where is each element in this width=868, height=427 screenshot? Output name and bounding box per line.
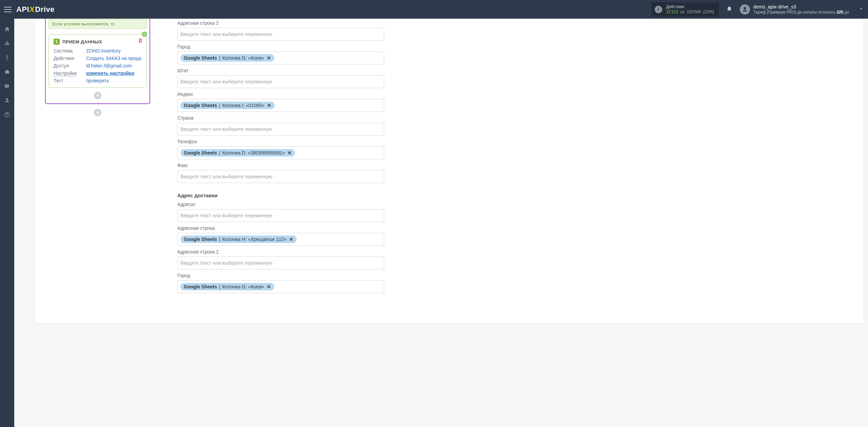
input-ship-to[interactable]: [180, 211, 381, 220]
user-menu[interactable]: demo_apix-drive_s3 Тариф |Премиум PRO| д…: [740, 4, 849, 15]
label-ship-addr2: Адресная строка 2: [177, 249, 384, 255]
step-test-link[interactable]: проверить: [86, 78, 142, 83]
step-action: Создать ЗАКАЗ на прода: [86, 56, 142, 61]
chip-remove-icon[interactable]: ✕: [267, 284, 271, 289]
chip-remove-icon[interactable]: ✕: [289, 237, 293, 242]
check-icon: ✓: [141, 31, 148, 38]
field-index[interactable]: Google Sheets | Колонка I: «01000»✕: [177, 99, 384, 112]
input-state[interactable]: [180, 77, 381, 86]
label-index: Индекс: [177, 92, 384, 97]
field-ship-city[interactable]: Google Sheets | Колонка G: «Киев»✕: [177, 280, 384, 293]
field-ship-addr[interactable]: Google Sheets | Колонка H: «Хрещатик 112…: [177, 233, 384, 246]
nav-help[interactable]: [0, 107, 14, 122]
input-country[interactable]: [180, 124, 381, 134]
input-fax[interactable]: [180, 172, 381, 181]
chip-ship-addr[interactable]: Google Sheets | Колонка H: «Хрещатик 112…: [180, 236, 297, 243]
label-city: Город: [177, 44, 384, 49]
actions-total: 100'000: [687, 9, 701, 14]
step-title: ПРИЕМ ДАННЫХ: [62, 39, 102, 44]
field-phone[interactable]: Google Sheets | Колонка D: «380999999991…: [177, 146, 384, 159]
label-fax: Факс: [177, 163, 384, 168]
workflow-condition: Если условие выполняется, то: [48, 19, 147, 29]
logo[interactable]: APIXDrive: [16, 5, 55, 14]
chip-index[interactable]: Google Sheets | Колонка I: «01000»✕: [180, 102, 275, 109]
actions-label: Действия:: [666, 4, 714, 9]
field-country[interactable]: [177, 123, 384, 136]
label-phone: Телефон: [177, 139, 384, 144]
nav-account[interactable]: [0, 93, 14, 107]
field-ship-to[interactable]: [177, 209, 384, 222]
chip-remove-icon[interactable]: ✕: [288, 150, 292, 156]
notifications-bell-icon[interactable]: [726, 5, 732, 13]
step-system: ZOHO Inventory: [86, 48, 142, 54]
add-step-outer-button[interactable]: +: [94, 109, 101, 116]
label-state: Штат: [177, 68, 384, 73]
top-bar: APIXDrive i Действия: 22'123 из 100'000 …: [0, 0, 868, 19]
label-ship-city: Город: [177, 273, 384, 278]
input-addr2[interactable]: [180, 29, 381, 39]
field-fax[interactable]: [177, 170, 384, 183]
step-badge: 1: [54, 39, 60, 45]
tariff-line: Тариф |Премиум PRO| до оплаты осталось 3…: [753, 10, 849, 15]
label-country: Страна: [177, 115, 384, 121]
delete-step-button[interactable]: [138, 38, 143, 44]
chip-city[interactable]: Google Sheets | Колонка G: «Киев»✕: [180, 54, 274, 62]
label-ship-addr: Адресная строка: [177, 225, 384, 231]
field-city[interactable]: Google Sheets | Колонка G: «Киев»✕: [177, 52, 384, 64]
workflow-step-1[interactable]: ✓ 1 ПРИЕМ ДАННЫХ Система ZOHO Inventory: [48, 34, 147, 88]
label-addr2: Адресная строка 2: [177, 20, 384, 26]
nav-home[interactable]: [0, 22, 14, 36]
nav-video[interactable]: [0, 79, 14, 93]
actions-percent: (22%): [703, 9, 714, 14]
actions-counter[interactable]: i Действия: 22'123 из 100'000 (22%): [651, 2, 719, 17]
user-name: demo_apix-drive_s3: [753, 4, 849, 10]
nav-connections[interactable]: [0, 36, 14, 50]
step-access: ld.helen.f@gmail.com: [86, 63, 142, 68]
chip-phone[interactable]: Google Sheets | Колонка D: «380999999991…: [180, 149, 295, 157]
menu-button[interactable]: [4, 7, 12, 12]
step-settings-link[interactable]: изменить настройки: [86, 70, 142, 76]
field-addr2[interactable]: [177, 28, 384, 41]
left-rail: [0, 19, 14, 427]
add-step-inner-button[interactable]: +: [94, 92, 101, 99]
field-ship-addr2[interactable]: [177, 257, 384, 269]
field-state[interactable]: [177, 75, 384, 88]
input-ship-addr2[interactable]: [180, 258, 381, 268]
chip-remove-icon[interactable]: ✕: [267, 103, 271, 108]
chip-ship-city[interactable]: Google Sheets | Колонка G: «Киев»✕: [180, 283, 274, 290]
workflow-container: Если условие выполняется, то ✓ 1 ПРИЕМ Д…: [45, 19, 150, 104]
chevron-down-icon[interactable]: [859, 6, 864, 13]
actions-used: 22'123: [666, 9, 678, 14]
avatar-icon: [740, 4, 750, 15]
nav-briefcase[interactable]: [0, 65, 14, 79]
nav-billing[interactable]: [0, 50, 14, 65]
info-icon: i: [655, 6, 662, 13]
section-shipping: Адрес доставки: [177, 192, 384, 198]
chip-remove-icon[interactable]: ✕: [267, 55, 271, 61]
label-ship-to: Адресат: [177, 202, 384, 207]
